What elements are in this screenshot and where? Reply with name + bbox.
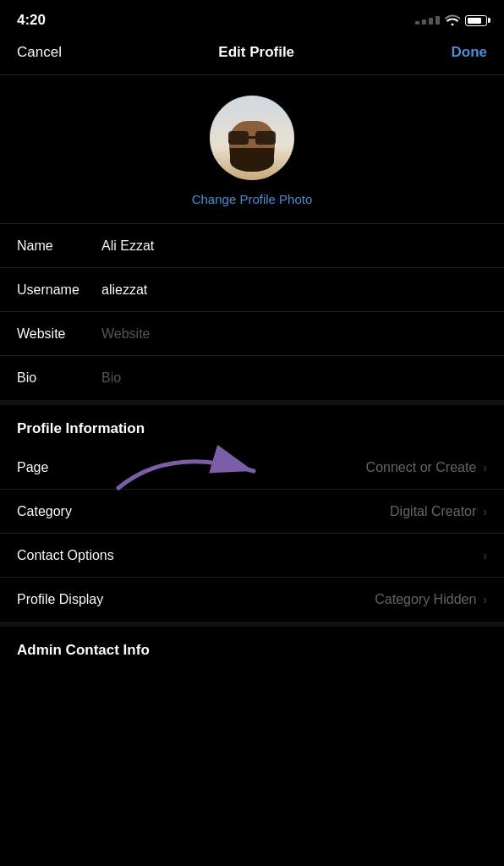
nav-bar: Cancel Edit Profile Done — [0, 37, 504, 75]
wifi-icon — [445, 14, 460, 28]
profile-display-row[interactable]: Profile Display Category Hidden › — [0, 578, 504, 622]
bio-field-row[interactable]: Bio Bio — [0, 356, 504, 400]
name-value: Ali Ezzat — [101, 238, 487, 254]
page-label: Page — [17, 460, 48, 475]
profile-display-right: Category Hidden › — [375, 592, 487, 607]
page-title: Edit Profile — [218, 44, 294, 61]
category-right: Digital Creator › — [390, 504, 487, 519]
category-row[interactable]: Category Digital Creator › — [0, 490, 504, 534]
status-time: 4:20 — [17, 12, 46, 29]
contact-options-label: Contact Options — [17, 548, 114, 563]
name-label: Name — [17, 238, 101, 254]
profile-display-value: Category Hidden — [375, 592, 476, 607]
admin-contact-section: Admin Contact Info — [0, 627, 504, 667]
status-icons — [415, 14, 487, 28]
website-field-row[interactable]: Website Website — [0, 312, 504, 356]
contact-options-row[interactable]: Contact Options › — [0, 534, 504, 578]
page-right: Connect or Create › — [366, 460, 487, 475]
profile-display-label: Profile Display — [17, 592, 103, 607]
contact-options-right: › — [483, 549, 487, 562]
profile-info-section: Page Connect or Create › Category Digita… — [0, 446, 504, 627]
category-value: Digital Creator — [390, 504, 476, 519]
username-label: Username — [17, 282, 101, 298]
avatar[interactable] — [210, 96, 294, 180]
profile-photo-section: Change Profile Photo — [0, 75, 504, 224]
profile-info-header: Profile Information — [0, 405, 504, 446]
status-bar: 4:20 — [0, 0, 504, 37]
change-photo-button[interactable]: Change Profile Photo — [192, 192, 313, 206]
profile-info-title: Profile Information — [17, 420, 145, 436]
name-field-row[interactable]: Name Ali Ezzat — [0, 224, 504, 268]
done-button[interactable]: Done — [452, 44, 488, 61]
cancel-button[interactable]: Cancel — [17, 44, 62, 61]
website-label: Website — [17, 326, 101, 342]
admin-contact-title: Admin Contact Info — [17, 642, 150, 658]
signal-icon — [415, 16, 440, 25]
page-value: Connect or Create — [366, 460, 477, 475]
username-value: aliezzat — [101, 282, 487, 298]
battery-icon — [465, 15, 487, 26]
website-placeholder: Website — [101, 326, 487, 342]
bio-label: Bio — [17, 370, 101, 386]
bio-placeholder: Bio — [101, 370, 487, 386]
page-row[interactable]: Page Connect or Create › — [0, 446, 504, 490]
username-field-row[interactable]: Username aliezzat — [0, 268, 504, 312]
category-label: Category — [17, 504, 72, 519]
chevron-right-icon: › — [483, 549, 487, 562]
chevron-right-icon: › — [483, 505, 487, 518]
chevron-right-icon: › — [483, 461, 487, 474]
form-section: Name Ali Ezzat Username aliezzat Website… — [0, 224, 504, 405]
chevron-right-icon: › — [483, 593, 487, 606]
